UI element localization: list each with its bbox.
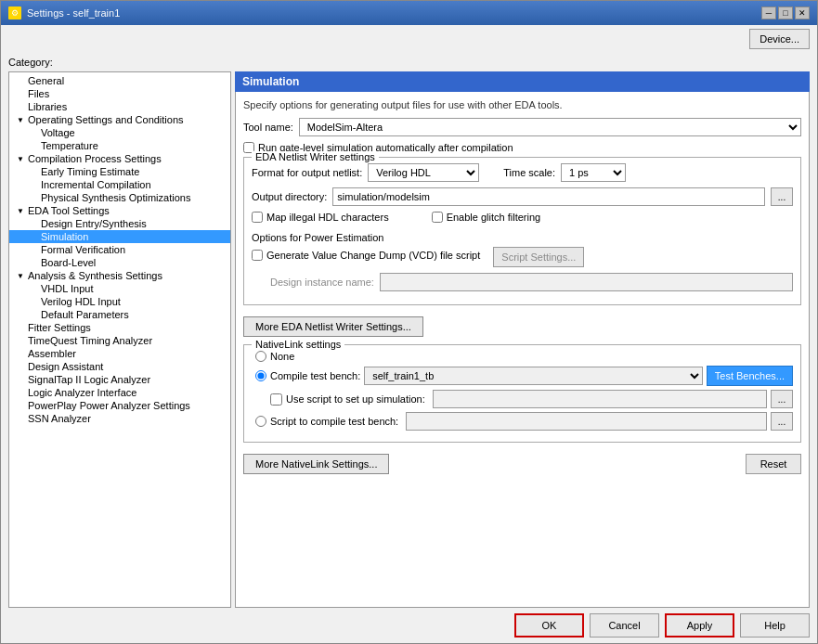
expand-icon	[15, 400, 26, 411]
power-estimation-label: Options for Power Estimation	[252, 232, 383, 243]
sidebar-item-board-level[interactable]: Board-Level	[9, 256, 230, 269]
more-eda-button[interactable]: More EDA Netlist Writer Settings...	[243, 316, 423, 337]
tool-name-label: Tool name:	[243, 122, 293, 133]
use-script-input[interactable]	[433, 390, 767, 408]
script-compile-radio[interactable]	[255, 416, 266, 427]
chevron-down-icon: ▼	[15, 270, 26, 281]
window-title: Settings - self_train1	[27, 7, 120, 19]
none-label: None	[270, 351, 294, 362]
sidebar-item-temperature[interactable]: Temperature	[9, 139, 230, 152]
sidebar-item-verilog-hdl[interactable]: Verilog HDL Input	[9, 295, 230, 308]
sidebar-item-physical-synthesis[interactable]: Physical Synthesis Optimizations	[9, 191, 230, 204]
options-row: Map illegal HDL characters Enable glitch…	[252, 212, 793, 226]
panel-title: Simulation	[242, 75, 299, 88]
output-dir-input[interactable]	[332, 187, 765, 206]
expand-icon	[28, 231, 39, 242]
sidebar-item-analysis-synthesis[interactable]: ▼ Analysis & Synthesis Settings	[9, 269, 230, 282]
sidebar-item-early-timing[interactable]: Early Timing Estimate	[9, 165, 230, 178]
map-illegal-row: Map illegal HDL characters	[252, 212, 389, 223]
sidebar-item-voltage[interactable]: Voltage	[9, 126, 230, 139]
expand-icon	[15, 88, 26, 99]
sidebar-item-incremental[interactable]: Incremental Compilation	[9, 178, 230, 191]
time-scale-select[interactable]: 1 ps 10 ps 100 ps 1 ns	[561, 163, 626, 182]
help-button[interactable]: Help	[740, 613, 810, 638]
sidebar-item-eda-tool[interactable]: ▼ EDA Tool Settings	[9, 204, 230, 217]
more-nativelink-row: More NativeLink Settings... Reset	[243, 450, 801, 478]
enable-glitch-checkbox[interactable]	[432, 212, 443, 223]
category-bar: Category:	[1, 53, 817, 71]
format-label: Format for output netlist:	[252, 167, 362, 178]
script-compile-label: Script to compile test bench:	[270, 416, 398, 427]
sidebar-item-timequest[interactable]: TimeQuest Timing Analyzer	[9, 334, 230, 347]
sidebar-item-design-assistant[interactable]: Design Assistant	[9, 360, 230, 373]
maximize-button[interactable]: □	[778, 6, 793, 19]
eda-netlist-title: EDA Netlist Writer settings	[252, 151, 379, 162]
chevron-down-icon: ▼	[15, 153, 26, 164]
test-benches-button[interactable]: Test Benches...	[707, 366, 793, 386]
sidebar-item-compilation-process[interactable]: ▼ Compilation Process Settings	[9, 152, 230, 165]
tool-name-select[interactable]: ModelSim-Altera ModelSim VCS VCS MX NC-S…	[299, 118, 801, 136]
more-nativelink-button[interactable]: More NativeLink Settings...	[243, 454, 389, 474]
sidebar-item-logic-analyzer[interactable]: Logic Analyzer Interface	[9, 386, 230, 399]
nativelink-title: NativeLink settings	[252, 339, 344, 350]
title-bar-left: ⚙ Settings - self_train1	[8, 6, 120, 19]
sidebar-item-design-entry[interactable]: Design Entry/Synthesis	[9, 217, 230, 230]
compile-bench-select[interactable]: self_train1_tb	[364, 367, 703, 385]
minimize-button[interactable]: ─	[761, 6, 776, 19]
compile-bench-radio[interactable]	[255, 370, 266, 381]
device-button[interactable]: Device...	[749, 29, 810, 49]
sidebar-item-powerplay[interactable]: PowerPlay Power Analyzer Settings	[9, 399, 230, 412]
expand-icon	[15, 322, 26, 333]
close-button[interactable]: ✕	[795, 6, 810, 19]
use-script-row: Use script to set up simulation: ...	[252, 390, 793, 408]
expand-icon	[15, 361, 26, 372]
sidebar-item-fitter-settings[interactable]: Fitter Settings	[9, 321, 230, 334]
compile-bench-row: Compile test bench: self_train1_tb Test …	[252, 366, 793, 386]
reset-button[interactable]: Reset	[746, 454, 801, 474]
generate-vcd-checkbox-row: Generate Value Change Dump (VCD) file sc…	[252, 250, 480, 261]
cancel-button[interactable]: Cancel	[590, 613, 659, 638]
sidebar-item-vhdl-input[interactable]: VHDL Input	[9, 282, 230, 295]
category-label: Category:	[8, 57, 53, 68]
use-script-browse[interactable]: ...	[771, 390, 793, 408]
output-dir-browse-button[interactable]: ...	[771, 187, 793, 206]
device-btn-area: Device...	[1, 25, 817, 53]
sidebar-item-default-parameters[interactable]: Default Parameters	[9, 308, 230, 321]
main-content: Device... Category: General Files	[1, 25, 817, 643]
sidebar-item-signaltap[interactable]: SignalTap II Logic Analyzer	[9, 373, 230, 386]
bottom-bar: OK Cancel Apply Help	[1, 608, 817, 643]
expand-icon	[15, 75, 26, 86]
settings-window: ⚙ Settings - self_train1 ─ □ ✕ Device...…	[0, 0, 818, 644]
expand-icon	[28, 192, 39, 203]
sidebar-item-files[interactable]: Files	[9, 87, 230, 100]
sidebar-item-formal-verification[interactable]: Formal Verification	[9, 243, 230, 256]
format-row: Format for output netlist: Verilog HDL V…	[252, 163, 793, 182]
power-estimation-section: Options for Power Estimation	[252, 232, 793, 243]
script-settings-button[interactable]: Script Settings...	[493, 247, 584, 267]
script-compile-input[interactable]	[406, 412, 767, 431]
design-instance-input[interactable]	[380, 273, 793, 291]
expand-icon	[28, 127, 39, 138]
chevron-down-icon: ▼	[15, 205, 26, 216]
ok-button[interactable]: OK	[514, 613, 584, 638]
format-select[interactable]: Verilog HDL VHDL	[368, 163, 479, 182]
expand-icon	[28, 140, 39, 151]
sidebar-item-simulation[interactable]: Simulation	[9, 230, 230, 243]
sidebar-item-general[interactable]: General	[9, 74, 230, 87]
map-illegal-checkbox[interactable]	[252, 212, 263, 223]
panel-body: Specify options for generating output fi…	[235, 92, 810, 608]
title-bar: ⚙ Settings - self_train1 ─ □ ✕	[1, 1, 817, 25]
script-compile-browse[interactable]: ...	[771, 412, 793, 431]
expand-icon	[28, 257, 39, 268]
apply-button[interactable]: Apply	[665, 613, 734, 638]
output-dir-row: Output directory: ...	[252, 187, 793, 206]
sidebar-item-operating-settings[interactable]: ▼ Operating Settings and Conditions	[9, 113, 230, 126]
sidebar-item-ssn-analyzer[interactable]: SSN Analyzer	[9, 412, 230, 425]
expand-icon	[15, 348, 26, 359]
none-radio[interactable]	[255, 351, 266, 362]
sidebar-item-libraries[interactable]: Libraries	[9, 100, 230, 113]
sidebar-item-assembler[interactable]: Assembler	[9, 347, 230, 360]
expand-icon	[28, 283, 39, 294]
use-script-checkbox[interactable]	[270, 393, 282, 406]
generate-vcd-checkbox[interactable]	[252, 250, 263, 261]
